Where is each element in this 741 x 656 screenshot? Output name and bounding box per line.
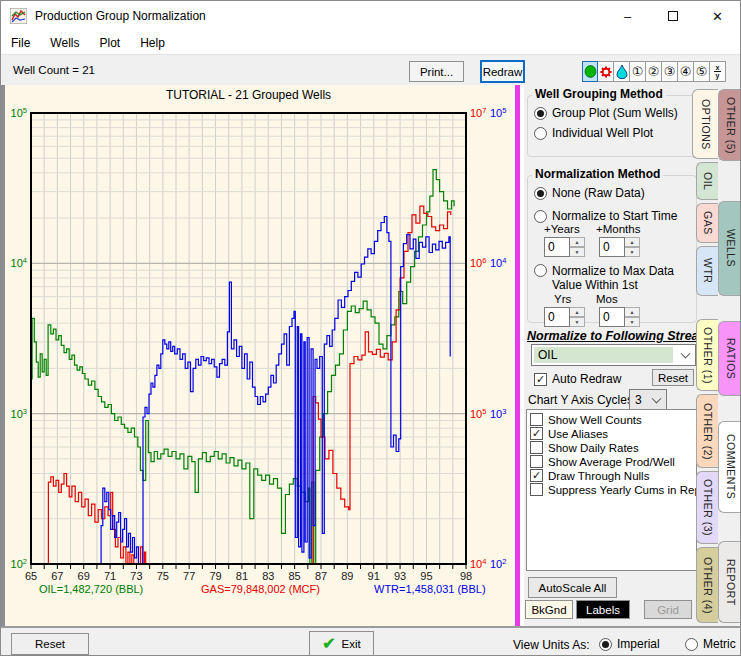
close-button[interactable]: ✕ [695, 1, 740, 31]
stream-4-icon[interactable]: ④ [678, 61, 694, 82]
none-raw-radio[interactable] [534, 187, 547, 200]
menu-file[interactable]: File [1, 33, 40, 53]
stream-5-icon[interactable]: ⑤ [694, 61, 710, 82]
auto-redraw-label: Auto Redraw [552, 372, 621, 386]
tab-other-5[interactable]: OTHER (5) [718, 89, 741, 161]
splitter-handle[interactable] [513, 85, 524, 626]
title-bar: Production Group Normalization – ✕ [1, 1, 740, 31]
yrs-down-button[interactable]: ▼ [570, 317, 585, 327]
redraw-button[interactable]: Redraw [480, 60, 525, 83]
option-use-aliases[interactable]: ✓Use Aliases [530, 427, 696, 440]
exit-button[interactable]: ✔ Exit [309, 631, 374, 656]
show-well-counts-checkbox[interactable] [530, 413, 543, 426]
metric-radio-row[interactable]: Metric [685, 637, 736, 651]
months-up-button[interactable]: ▲ [625, 237, 640, 247]
yrs-up-button[interactable]: ▲ [570, 307, 585, 317]
yrs-stepper: 0 ▲▼ [544, 307, 585, 327]
menu-help[interactable]: Help [130, 33, 175, 53]
gas-stream-icon[interactable] [598, 61, 614, 82]
years-down-button[interactable]: ▼ [570, 247, 585, 257]
x-tick-label: 95 [420, 570, 432, 582]
imperial-radio-row[interactable]: Imperial [599, 637, 660, 651]
start-time-radio-row[interactable]: Normalize to Start Time [534, 209, 696, 223]
x-tick-label: 77 [183, 570, 195, 582]
stream-combobox[interactable]: OIL [531, 344, 696, 366]
show-daily-rates-checkbox[interactable] [530, 441, 543, 454]
show-average-prod-well-checkbox[interactable] [530, 455, 543, 468]
x-tick-label: 71 [104, 570, 116, 582]
start-time-radio[interactable] [534, 210, 547, 223]
months-input[interactable]: 0 [599, 237, 625, 257]
bkgnd-color-button[interactable]: BkGnd [525, 600, 573, 619]
xy-ratio-icon[interactable]: xy [710, 61, 726, 82]
none-raw-radio-row[interactable]: None (Raw Data) [534, 186, 696, 200]
stream-1-icon[interactable]: ① [630, 61, 646, 82]
months-down-button[interactable]: ▼ [625, 247, 640, 257]
tab-other-1[interactable]: OTHER (1) [696, 319, 718, 391]
yrs-input[interactable]: 0 [544, 307, 570, 327]
x-tick-label: 87 [315, 570, 327, 582]
oil-stream-icon[interactable] [582, 61, 598, 82]
grid-color-button[interactable]: Grid [644, 600, 692, 619]
mos-stepper: 0 ▲▼ [599, 307, 640, 327]
menu-wells[interactable]: Wells [40, 33, 89, 53]
tab-other-3[interactable]: OTHER (3) [696, 471, 718, 544]
tab-comments[interactable]: COMMENTS [718, 421, 741, 513]
stream-2-icon[interactable]: ② [646, 61, 662, 82]
metric-label: Metric [703, 637, 736, 651]
tab-options[interactable]: OPTIONS [692, 89, 718, 159]
imperial-radio[interactable] [599, 638, 612, 651]
tab-label: COMMENTS [725, 434, 737, 499]
print-button[interactable]: Print... [409, 61, 464, 82]
tab-oil[interactable]: OIL [696, 162, 718, 200]
metric-radio[interactable] [685, 638, 698, 651]
auto-redraw-checkbox[interactable]: ✓ [534, 373, 547, 386]
tab-ratios[interactable]: RATIOS [718, 321, 741, 396]
draw-through-nulls-label: Draw Through Nulls [548, 470, 649, 482]
stream-3-icon[interactable]: ③ [662, 61, 678, 82]
view-units-label: View Units As: [513, 638, 589, 652]
well-grouping-groupbox: Well Grouping Method Group Plot (Sum Wel… [527, 95, 697, 157]
menu-plot[interactable]: Plot [89, 33, 130, 53]
years-input[interactable]: 0 [544, 237, 570, 257]
tab-other-2[interactable]: OTHER (2) [696, 394, 718, 468]
draw-through-nulls-checkbox[interactable]: ✓ [530, 469, 543, 482]
reset-stream-button[interactable]: Reset [652, 369, 694, 386]
option-draw-through-nulls[interactable]: ✓Draw Through Nulls [530, 469, 696, 482]
tab-wells[interactable]: WELLS [718, 201, 741, 296]
suppress-yearly-cums-in-report-checkbox[interactable] [530, 483, 543, 496]
use-aliases-checkbox[interactable]: ✓ [530, 427, 543, 440]
reset-button[interactable]: Reset [11, 633, 89, 655]
option-show-well-counts[interactable]: Show Well Counts [530, 413, 696, 426]
x-tick-label: 75 [157, 570, 169, 582]
mos-down-button[interactable]: ▼ [625, 317, 640, 327]
auto-redraw-row[interactable]: ✓ Auto Redraw [534, 372, 621, 386]
tab-label: WELLS [725, 229, 737, 267]
individual-plot-radio[interactable] [534, 127, 547, 140]
cycles-combobox[interactable]: 3 [629, 389, 667, 410]
labels-color-button[interactable]: Labels [576, 600, 630, 619]
individual-plot-radio-row[interactable]: Individual Well Plot [534, 126, 696, 140]
option-show-average-prod-well[interactable]: Show Average Prod/Well [530, 455, 696, 468]
max-data-radio[interactable] [534, 264, 547, 277]
max-data-radio-row[interactable]: Normalize to Max Data Value Within 1st [534, 264, 696, 292]
autoscale-all-button[interactable]: AutoScale All [528, 577, 617, 598]
maximize-button[interactable] [650, 1, 695, 31]
group-plot-radio-row[interactable]: Group Plot (Sum Wells) [534, 106, 696, 120]
x-tick-label: 73 [130, 570, 142, 582]
mos-up-button[interactable]: ▲ [625, 307, 640, 317]
normalization-title: Normalization Method [532, 167, 663, 181]
tab-other-4[interactable]: OTHER (4) [696, 547, 718, 623]
tab-gas[interactable]: GAS [696, 203, 718, 243]
option-suppress-yearly-cums-in-report[interactable]: Suppress Yearly Cums in Report [530, 483, 696, 496]
water-stream-icon[interactable] [614, 61, 630, 82]
group-plot-label: Group Plot (Sum Wells) [552, 106, 678, 120]
years-up-button[interactable]: ▲ [570, 237, 585, 247]
option-show-daily-rates[interactable]: Show Daily Rates [530, 441, 696, 454]
chevron-down-icon [681, 349, 691, 359]
minimize-button[interactable]: – [605, 1, 650, 31]
tab-report[interactable]: REPORT [718, 541, 741, 623]
mos-input[interactable]: 0 [599, 307, 625, 327]
tab-wtr[interactable]: WTR [696, 246, 718, 296]
group-plot-radio[interactable] [534, 107, 547, 120]
